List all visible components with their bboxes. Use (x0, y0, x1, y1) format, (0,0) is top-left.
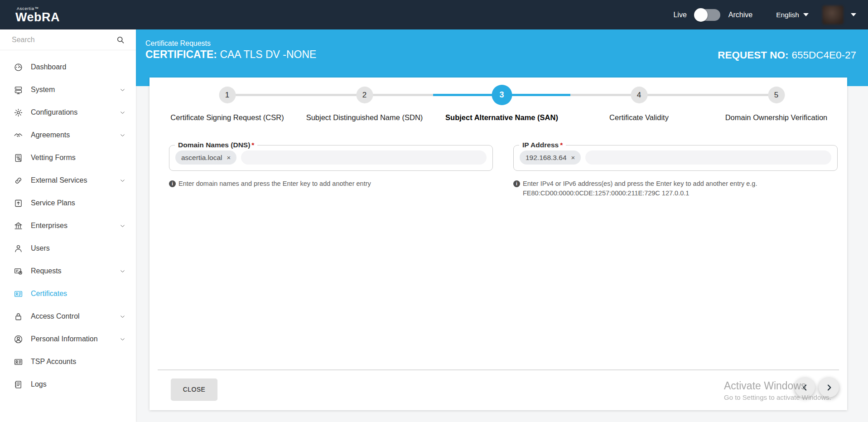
step-number: 1 (219, 87, 236, 103)
avatar[interactable] (822, 5, 844, 24)
close-button[interactable]: CLOSE (171, 378, 217, 400)
sidebar-item-logs[interactable]: Logs (0, 373, 136, 396)
link-icon (14, 176, 23, 185)
chevron-down-icon (119, 87, 126, 93)
server-icon (14, 85, 23, 95)
page-title-label: CERTIFICATE: (145, 49, 217, 60)
step-line-right (502, 94, 571, 96)
sidebar-item-requests[interactable]: Requests (0, 260, 136, 282)
info-icon: i (169, 180, 176, 187)
sidebar-item-label: TSP Accounts (31, 358, 76, 366)
sidebar-item-label: Agreements (31, 131, 70, 139)
id-card-icon (14, 357, 23, 367)
step-4-certificate-validity[interactable]: 4Certificate Validity (570, 85, 708, 131)
sidebar-item-label: Certificates (31, 290, 67, 298)
language-dropdown[interactable]: English (776, 11, 809, 19)
brand-logo[interactable]: Ascertia™ WebRA (15, 6, 60, 24)
page-title-value: CAA TLS DV -NONE (220, 49, 316, 60)
sidebar-item-label: Vetting Forms (31, 154, 76, 162)
dns-input[interactable] (241, 150, 487, 165)
chevron-down-icon (119, 268, 126, 275)
step-1-certificate-signing-request-csr[interactable]: 1Certificate Signing Request (CSR) (159, 85, 296, 131)
sidebar-item-dashboard[interactable]: Dashboard (0, 56, 136, 78)
toggle-knob[interactable] (694, 8, 708, 22)
sidebar-item-configurations[interactable]: Configurations (0, 101, 136, 124)
live-label: Live (673, 11, 686, 19)
dns-tags-row: ascertia.local × (169, 149, 492, 170)
request-number: REQUEST NO:655DC4E0-27 (718, 49, 856, 61)
search-icon[interactable] (116, 35, 125, 44)
step-3-subject-alternative-name-san[interactable]: 3Subject Alternative Name (SAN) (433, 85, 570, 131)
footer-divider (158, 369, 839, 370)
breadcrumb: Certificate Requests (145, 39, 211, 48)
sidebar-search (0, 29, 136, 50)
step-2-subject-distinguished-name-sdn[interactable]: 2Subject Distinguished Name (SDN) (296, 85, 433, 131)
certificate-icon (14, 289, 23, 299)
step-number: 4 (631, 87, 647, 103)
live-archive-toggle[interactable] (695, 9, 720, 21)
sidebar-item-label: Personal Information (31, 335, 98, 343)
ip-helper: i Enter IPv4 or IPv6 address(es) and pre… (513, 179, 835, 198)
sidebar-item-label: System (31, 86, 55, 94)
sidebar-item-service-plans[interactable]: Service Plans (0, 192, 136, 214)
ip-tags-row: 192.168.3.64 × (514, 149, 837, 170)
sidebar-item-label: Access Control (31, 312, 80, 320)
sidebar-item-label: Dashboard (31, 63, 66, 71)
step-label: Subject Distinguished Name (SDN) (306, 113, 423, 122)
sidebar-item-users[interactable]: Users (0, 237, 136, 260)
sidebar-item-external-services[interactable]: External Services (0, 169, 136, 192)
step-line-right (227, 94, 296, 96)
remove-tag-icon[interactable]: × (227, 154, 231, 161)
dns-tag: ascertia.local × (175, 150, 236, 165)
chevron-down-icon (119, 223, 126, 229)
activate-windows-watermark-sub: Go to Settings to activate Windows. (724, 393, 831, 401)
sidebar-item-vetting-forms[interactable]: Vetting Forms (0, 146, 136, 169)
step-number: 2 (356, 87, 373, 103)
sidebar-item-agreements[interactable]: Agreements (0, 124, 136, 146)
info-icon: i (513, 180, 520, 187)
remove-tag-icon[interactable]: × (571, 154, 575, 161)
logs-icon (14, 380, 23, 389)
sidebar-item-tsp-accounts[interactable]: TSP Accounts (0, 350, 136, 373)
lock-icon (14, 312, 23, 321)
required-asterisk: * (251, 141, 254, 149)
step-line-left (570, 94, 639, 96)
dns-helper: i Enter domain names and press the Enter… (169, 179, 477, 189)
sidebar-item-personal-information[interactable]: Personal Information (0, 328, 136, 350)
chevron-down-icon (119, 313, 126, 320)
person-circle-icon (14, 335, 23, 344)
vetting-doc-icon (14, 153, 23, 163)
step-number: 5 (768, 87, 785, 103)
user-menu-caret-icon[interactable] (851, 13, 856, 16)
language-label: English (776, 11, 799, 19)
search-input[interactable] (12, 36, 116, 44)
wizard-card: 1Certificate Signing Request (CSR)2Subje… (149, 78, 847, 410)
archive-label: Archive (728, 11, 752, 19)
sidebar-item-enterprises[interactable]: Enterprises (0, 214, 136, 237)
step-line-right (639, 94, 708, 96)
step-line-left (296, 94, 365, 96)
ip-input[interactable] (585, 150, 831, 165)
chevron-down-icon (119, 109, 126, 116)
step-number: 3 (492, 85, 512, 105)
step-label: Certificate Signing Request (CSR) (170, 113, 284, 122)
chevron-down-icon (119, 132, 126, 139)
caret-down-icon (803, 13, 809, 16)
step-5-domain-ownership-verification[interactable]: 5Domain Ownership Verification (708, 85, 845, 131)
ip-tag-text: 192.168.3.64 (526, 154, 567, 162)
dns-fieldset: Domain Names (DNS)* ascertia.local × (169, 141, 493, 171)
sidebar-item-label: Logs (31, 380, 47, 388)
brand-product: WebRA (15, 11, 60, 24)
step-label: Domain Ownership Verification (725, 113, 828, 122)
sidebar-item-certificates[interactable]: Certificates (0, 282, 136, 305)
sidebar-item-system[interactable]: System (0, 78, 136, 101)
step-line-left (708, 94, 776, 96)
chevron-down-icon (119, 177, 126, 184)
sidebar-item-label: Enterprises (31, 222, 68, 230)
request-number-label: REQUEST NO: (718, 49, 788, 61)
sidebar-item-label: Users (31, 244, 50, 252)
step-label: Certificate Validity (609, 113, 669, 122)
page-title: CERTIFICATE: CAA TLS DV -NONE (145, 49, 316, 61)
sidebar-item-access-control[interactable]: Access Control (0, 305, 136, 328)
user-icon (14, 244, 23, 253)
